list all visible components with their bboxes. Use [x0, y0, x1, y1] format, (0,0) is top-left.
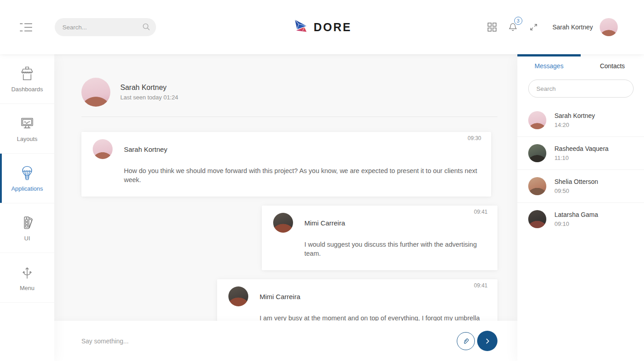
message-sender: Mimi Carreira — [260, 293, 300, 300]
sidebar-item-label: Layouts — [17, 136, 38, 142]
logo-mark-icon — [292, 18, 309, 36]
app-logo[interactable]: DORE — [292, 18, 351, 36]
chat-input-bar — [54, 321, 517, 361]
active-tab-indicator — [517, 54, 581, 56]
contacts-search — [528, 80, 634, 98]
sidebar-item-dashboards[interactable]: Dashboards — [0, 54, 54, 104]
message-sender: Mimi Carreira — [304, 219, 345, 227]
navbar-search-input[interactable] — [55, 18, 156, 36]
contact-time: 14:20 — [554, 122, 595, 128]
message-avatar — [273, 213, 293, 233]
sidebar-item-label: UI — [24, 235, 30, 242]
chat-partner-status: Last seen today 01:24 — [120, 94, 178, 101]
contact-name: Shelia Otterson — [554, 178, 598, 185]
navbar-user-name[interactable]: Sarah Kortney — [553, 23, 593, 31]
logo-text: DORE — [313, 21, 351, 34]
message-list: 09:30 Sarah Kortney How do you think we … — [81, 117, 497, 344]
contact-row-shelia[interactable]: Shelia Otterson 09:50 — [517, 170, 644, 203]
sidebar-item-label: Dashboards — [11, 86, 43, 93]
sidebar-item-label: Applications — [11, 185, 43, 192]
contact-name: Sarah Kortney — [554, 112, 595, 119]
chat-sidebar-tabs: Messages Contacts — [517, 54, 644, 70]
contact-name: Latarsha Gama — [554, 211, 598, 218]
message-text: I would suggest you discuss this further… — [304, 240, 486, 258]
chevron-right-icon — [484, 338, 491, 345]
message-time: 09:41 — [474, 282, 488, 289]
color-swatches-icon — [19, 215, 35, 231]
message-card: 09:30 Sarah Kortney How do you think we … — [81, 132, 491, 197]
sidebar-item-layouts[interactable]: Layouts — [0, 104, 54, 154]
attach-file-button[interactable] — [457, 332, 475, 350]
contact-row-rasheeda[interactable]: Rasheeda Vaquera 11:10 — [517, 137, 644, 170]
message-time: 09:41 — [474, 209, 488, 215]
message-avatar — [93, 139, 113, 159]
apps-grid-icon[interactable] — [488, 23, 497, 32]
navbar-search — [55, 18, 156, 36]
search-icon[interactable] — [142, 23, 150, 31]
message-avatar — [228, 286, 248, 306]
message-text: How do you think we should move forward … — [124, 167, 480, 184]
fullscreen-icon[interactable] — [529, 23, 538, 32]
notification-count-badge: 3 — [514, 17, 522, 25]
contacts-search-input[interactable] — [529, 80, 633, 97]
main-sidebar: Dashboards Layouts Applications — [0, 54, 54, 361]
shop-icon — [19, 66, 35, 82]
tab-messages[interactable]: Messages — [517, 62, 581, 70]
sidebar-item-menu[interactable]: Menu — [0, 253, 54, 303]
contact-name: Rasheeda Vaquera — [554, 145, 609, 152]
paperclip-icon — [462, 337, 470, 345]
contact-avatar — [528, 177, 546, 195]
contact-avatar — [528, 210, 546, 228]
message-card: 09:41 Mimi Carreira I would suggest you … — [262, 206, 497, 270]
notifications-bell-icon[interactable]: 3 — [508, 22, 517, 32]
chat-message-input[interactable] — [81, 338, 457, 345]
contact-list: Sarah Kortney 14:20 Rasheeda Vaquera 11:… — [517, 104, 644, 235]
chat-sidebar: Messages Contacts Sarah Kortney 14:20 Ra… — [517, 54, 644, 361]
chat-main: Sarah Kortney Last seen today 01:24 09:3… — [54, 54, 517, 361]
message-time: 09:30 — [468, 135, 481, 141]
contact-time: 09:50 — [554, 188, 598, 194]
chat-header: Sarah Kortney Last seen today 01:24 — [81, 78, 497, 107]
send-message-button[interactable] — [477, 331, 497, 351]
menu-toggle-icon[interactable] — [20, 23, 32, 32]
contact-time: 11:10 — [554, 155, 609, 161]
sidebar-item-label: Menu — [20, 285, 35, 291]
chat-partner-avatar — [81, 78, 110, 107]
sidebar-item-ui[interactable]: UI — [0, 203, 54, 253]
chat-partner-name: Sarah Kortney — [120, 84, 178, 92]
contact-row-sarah[interactable]: Sarah Kortney 14:20 — [517, 104, 644, 137]
top-navbar: DORE 3 Sarah Kortney — [0, 0, 644, 54]
contact-avatar — [528, 111, 546, 129]
branch-arrows-icon — [19, 264, 35, 281]
sidebar-item-applications[interactable]: Applications — [0, 154, 54, 203]
message-sender: Sarah Kortney — [124, 145, 167, 153]
contact-row-latarsha[interactable]: Latarsha Gama 09:10 — [517, 203, 644, 235]
contact-avatar — [528, 144, 546, 162]
tab-contacts[interactable]: Contacts — [581, 62, 644, 70]
navbar-user-avatar[interactable] — [600, 18, 618, 36]
contact-time: 09:10 — [554, 220, 598, 227]
air-balloon-icon — [19, 165, 35, 181]
monitor-icon — [19, 115, 35, 131]
